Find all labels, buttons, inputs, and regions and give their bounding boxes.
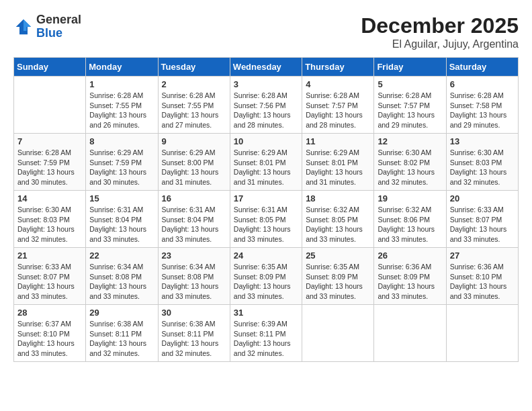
cell-info: Sunrise: 6:31 AMSunset: 8:04 PMDaylight:…	[162, 205, 226, 244]
day-number: 26	[378, 250, 442, 261]
calendar-day-16: 16Sunrise: 6:31 AMSunset: 8:04 PMDayligh…	[158, 191, 230, 248]
cell-info: Sunrise: 6:28 AMSunset: 7:58 PMDaylight:…	[450, 91, 515, 130]
calendar-day-24: 24Sunrise: 6:35 AMSunset: 8:09 PMDayligh…	[230, 248, 302, 305]
logo-text: General Blue	[36, 13, 81, 40]
day-number: 20	[450, 193, 515, 203]
calendar-day-29: 29Sunrise: 6:38 AMSunset: 8:11 PMDayligh…	[86, 305, 158, 362]
calendar-day-13: 13Sunrise: 6:30 AMSunset: 8:03 PMDayligh…	[446, 134, 518, 191]
calendar-day-15: 15Sunrise: 6:31 AMSunset: 8:04 PMDayligh…	[86, 191, 158, 248]
calendar-day-9: 9Sunrise: 6:29 AMSunset: 8:00 PMDaylight…	[158, 134, 230, 191]
calendar-day-12: 12Sunrise: 6:30 AMSunset: 8:02 PMDayligh…	[374, 134, 446, 191]
day-number: 1	[89, 79, 154, 89]
day-header-tuesday: Tuesday	[158, 58, 230, 77]
day-number: 14	[17, 193, 82, 203]
cell-info: Sunrise: 6:32 AMSunset: 8:06 PMDaylight:…	[378, 205, 442, 244]
day-number: 18	[306, 193, 370, 203]
day-number: 24	[234, 250, 298, 261]
empty-cell	[302, 305, 374, 362]
day-number: 28	[17, 308, 82, 318]
day-header-thursday: Thursday	[302, 58, 374, 77]
header: General Blue December 2025 El Aguilar, J…	[13, 13, 519, 50]
day-number: 22	[89, 250, 154, 261]
calendar-day-14: 14Sunrise: 6:30 AMSunset: 8:03 PMDayligh…	[14, 191, 86, 248]
empty-cell	[446, 305, 518, 362]
calendar-day-20: 20Sunrise: 6:33 AMSunset: 8:07 PMDayligh…	[446, 191, 518, 248]
day-number: 10	[234, 136, 298, 146]
logo: General Blue	[13, 13, 81, 40]
day-number: 7	[17, 136, 82, 146]
cell-info: Sunrise: 6:28 AMSunset: 7:55 PMDaylight:…	[89, 91, 154, 130]
calendar-day-19: 19Sunrise: 6:32 AMSunset: 8:06 PMDayligh…	[374, 191, 446, 248]
cell-info: Sunrise: 6:35 AMSunset: 8:09 PMDaylight:…	[234, 262, 298, 302]
calendar-day-31: 31Sunrise: 6:39 AMSunset: 8:11 PMDayligh…	[230, 305, 302, 362]
cell-info: Sunrise: 6:28 AMSunset: 7:56 PMDaylight:…	[234, 91, 298, 130]
logo-blue: Blue	[36, 26, 62, 40]
cell-info: Sunrise: 6:31 AMSunset: 8:04 PMDaylight:…	[89, 205, 154, 244]
cell-info: Sunrise: 6:29 AMSunset: 8:00 PMDaylight:…	[162, 148, 226, 187]
cell-info: Sunrise: 6:38 AMSunset: 8:11 PMDaylight:…	[89, 319, 154, 359]
empty-cell	[14, 77, 86, 134]
day-number: 19	[378, 193, 442, 203]
calendar-week-4: 21Sunrise: 6:33 AMSunset: 8:07 PMDayligh…	[14, 248, 519, 305]
day-number: 25	[306, 250, 370, 261]
calendar-day-5: 5Sunrise: 6:28 AMSunset: 7:57 PMDaylight…	[374, 77, 446, 134]
calendar-day-26: 26Sunrise: 6:36 AMSunset: 8:09 PMDayligh…	[374, 248, 446, 305]
calendar-day-30: 30Sunrise: 6:38 AMSunset: 8:11 PMDayligh…	[158, 305, 230, 362]
cell-info: Sunrise: 6:36 AMSunset: 8:10 PMDaylight:…	[450, 262, 515, 302]
logo-general: General	[36, 13, 81, 26]
calendar-day-2: 2Sunrise: 6:28 AMSunset: 7:55 PMDaylight…	[158, 77, 230, 134]
day-number: 9	[162, 136, 226, 146]
day-number: 3	[234, 79, 298, 89]
day-header-monday: Monday	[86, 58, 158, 77]
calendar-week-2: 7Sunrise: 6:28 AMSunset: 7:59 PMDaylight…	[14, 134, 519, 191]
day-number: 11	[306, 136, 370, 146]
cell-info: Sunrise: 6:29 AMSunset: 7:59 PMDaylight:…	[89, 148, 154, 187]
cell-info: Sunrise: 6:36 AMSunset: 8:09 PMDaylight:…	[378, 262, 442, 302]
day-header-friday: Friday	[374, 58, 446, 77]
day-number: 31	[234, 308, 298, 318]
calendar-week-3: 14Sunrise: 6:30 AMSunset: 8:03 PMDayligh…	[14, 191, 519, 248]
month-title: December 2025	[361, 13, 519, 38]
cell-info: Sunrise: 6:28 AMSunset: 7:55 PMDaylight:…	[162, 91, 226, 130]
day-number: 5	[378, 79, 442, 89]
day-number: 21	[17, 250, 82, 261]
cell-info: Sunrise: 6:35 AMSunset: 8:09 PMDaylight:…	[306, 262, 370, 302]
calendar-week-1: 1Sunrise: 6:28 AMSunset: 7:55 PMDaylight…	[14, 77, 519, 134]
calendar-day-8: 8Sunrise: 6:29 AMSunset: 7:59 PMDaylight…	[86, 134, 158, 191]
calendar-day-18: 18Sunrise: 6:32 AMSunset: 8:05 PMDayligh…	[302, 191, 374, 248]
day-number: 2	[162, 79, 226, 89]
cell-info: Sunrise: 6:32 AMSunset: 8:05 PMDaylight:…	[306, 205, 370, 244]
cell-info: Sunrise: 6:37 AMSunset: 8:10 PMDaylight:…	[17, 319, 82, 359]
calendar-day-27: 27Sunrise: 6:36 AMSunset: 8:10 PMDayligh…	[446, 248, 518, 305]
cell-info: Sunrise: 6:29 AMSunset: 8:01 PMDaylight:…	[234, 148, 298, 187]
cell-info: Sunrise: 6:30 AMSunset: 8:02 PMDaylight:…	[378, 148, 442, 187]
logo-icon	[13, 17, 34, 37]
day-number: 30	[162, 308, 226, 318]
day-header-saturday: Saturday	[446, 58, 518, 77]
cell-info: Sunrise: 6:31 AMSunset: 8:05 PMDaylight:…	[234, 205, 298, 244]
day-number: 29	[89, 308, 154, 318]
day-number: 17	[234, 193, 298, 203]
calendar-day-11: 11Sunrise: 6:29 AMSunset: 8:01 PMDayligh…	[302, 134, 374, 191]
calendar-day-4: 4Sunrise: 6:28 AMSunset: 7:57 PMDaylight…	[302, 77, 374, 134]
cell-info: Sunrise: 6:30 AMSunset: 8:03 PMDaylight:…	[17, 205, 82, 244]
cell-info: Sunrise: 6:29 AMSunset: 8:01 PMDaylight:…	[306, 148, 370, 187]
calendar-day-1: 1Sunrise: 6:28 AMSunset: 7:55 PMDaylight…	[86, 77, 158, 134]
cell-info: Sunrise: 6:28 AMSunset: 7:59 PMDaylight:…	[17, 148, 82, 187]
day-header-sunday: Sunday	[14, 58, 86, 77]
day-number: 8	[89, 136, 154, 146]
calendar-week-5: 28Sunrise: 6:37 AMSunset: 8:10 PMDayligh…	[14, 305, 519, 362]
day-number: 23	[162, 250, 226, 261]
calendar-day-25: 25Sunrise: 6:35 AMSunset: 8:09 PMDayligh…	[302, 248, 374, 305]
day-number: 6	[450, 79, 515, 89]
calendar-day-23: 23Sunrise: 6:34 AMSunset: 8:08 PMDayligh…	[158, 248, 230, 305]
calendar-day-21: 21Sunrise: 6:33 AMSunset: 8:07 PMDayligh…	[14, 248, 86, 305]
day-number: 13	[450, 136, 515, 146]
cell-info: Sunrise: 6:30 AMSunset: 8:03 PMDaylight:…	[450, 148, 515, 187]
cell-info: Sunrise: 6:28 AMSunset: 7:57 PMDaylight:…	[306, 91, 370, 130]
day-number: 15	[89, 193, 154, 203]
cell-info: Sunrise: 6:34 AMSunset: 8:08 PMDaylight:…	[89, 262, 154, 302]
empty-cell	[374, 305, 446, 362]
calendar-day-6: 6Sunrise: 6:28 AMSunset: 7:58 PMDaylight…	[446, 77, 518, 134]
calendar-header-row: SundayMondayTuesdayWednesdayThursdayFrid…	[14, 58, 519, 77]
